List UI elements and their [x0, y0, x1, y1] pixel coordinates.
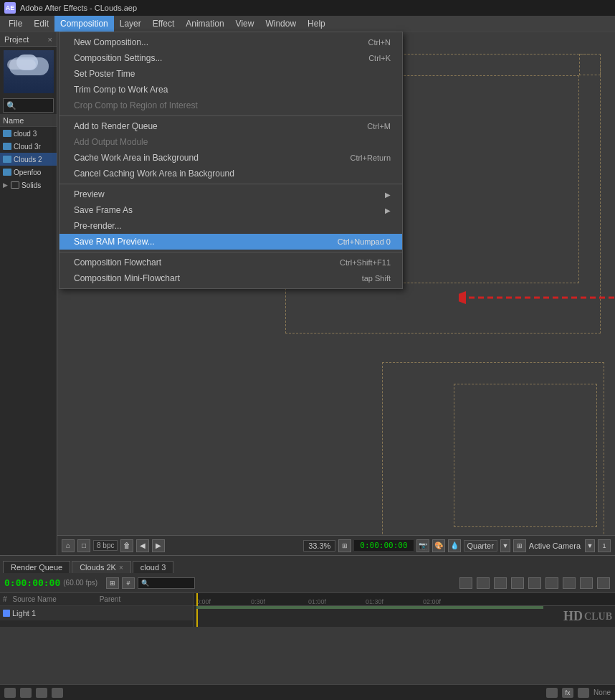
- snapshot-btn[interactable]: 📷: [416, 539, 429, 552]
- menu-add-render-queue[interactable]: Add to Render Queue Ctrl+M: [59, 118, 402, 134]
- tab-close-clouds2k[interactable]: ×: [119, 564, 123, 572]
- status-icon-6[interactable]: [578, 688, 589, 698]
- trash-btn[interactable]: 🗑: [120, 539, 133, 552]
- menu-window[interactable]: Window: [259, 16, 302, 32]
- work-area-bar[interactable]: [196, 606, 543, 609]
- tl-search[interactable]: 🔍: [138, 577, 195, 589]
- project-item-clouds2[interactable]: Clouds 2: [0, 153, 57, 166]
- tl-ctrl-4[interactable]: [511, 577, 524, 589]
- menu-effect[interactable]: Effect: [147, 16, 180, 32]
- project-item-solids[interactable]: ▶ Solids: [0, 179, 57, 191]
- status-icon-3[interactable]: [36, 688, 47, 698]
- menu-cancel-caching[interactable]: Cancel Caching Work Area in Background: [59, 166, 402, 181]
- menu-pre-render[interactable]: Pre-render...: [59, 218, 402, 234]
- status-icon-2[interactable]: [20, 688, 32, 698]
- tab-render-queue[interactable]: Render Queue: [3, 561, 70, 573]
- tab-cloud3[interactable]: cloud 3: [133, 561, 173, 573]
- menu-animation[interactable]: Animation: [180, 16, 229, 32]
- tl-ctrl-8[interactable]: [580, 577, 593, 589]
- menu-layer[interactable]: Layer: [114, 16, 147, 32]
- tl-ctrl-1[interactable]: [459, 577, 472, 589]
- active-camera-label: Active Camera: [529, 541, 581, 550]
- tl-ctrl-2[interactable]: [477, 577, 490, 589]
- viewer-home-btn[interactable]: ⌂: [62, 539, 75, 552]
- status-bar: fx None: [0, 684, 615, 700]
- submenu-arrow-save-frame: ▶: [385, 207, 391, 214]
- timeline-area: Render Queue Clouds 2K × cloud 3 0:00:00…: [0, 555, 615, 627]
- menu-composition-settings[interactable]: Composition Settings... Ctrl+K: [59, 50, 402, 66]
- project-item-openfoo[interactable]: Openfoo: [0, 166, 57, 179]
- status-icon-1[interactable]: [4, 688, 16, 698]
- search-icon: 🔍: [6, 101, 16, 110]
- color-info-btn[interactable]: 🎨: [432, 539, 445, 552]
- time-display: 0:00:00:00: [354, 540, 413, 551]
- menu-section-4: Composition Flowchart Ctrl+Shift+F11 Com…: [59, 252, 402, 288]
- timeline-ruler-area: 0:00f 0:30f 01:00f 01:30f 02:00f HD CLUB: [194, 593, 615, 627]
- status-icon-4[interactable]: [52, 688, 63, 698]
- project-item-label-4: Openfoo: [14, 169, 41, 176]
- menu-composition-mini-flowchart[interactable]: Composition Mini-Flowchart tap Shift: [59, 270, 402, 286]
- project-item-cloud3r[interactable]: Cloud 3r: [0, 140, 57, 153]
- title-bar: AE Adobe After Effects - CLouds.aep: [0, 0, 615, 16]
- tl-ctrl-6[interactable]: [545, 577, 558, 589]
- name-column-header: Name: [0, 114, 57, 127]
- app-icon: AE: [4, 2, 16, 14]
- timeline-controls: 0:00:00:00 (60.00 fps) ⊞ # 🔍: [0, 573, 615, 593]
- menu-edit[interactable]: Edit: [28, 16, 54, 32]
- timeline-fps: (60.00 fps): [63, 579, 97, 587]
- menu-composition[interactable]: Composition: [54, 16, 114, 32]
- menu-save-ram-preview[interactable]: Save RAM Preview... Ctrl+Numpad 0: [59, 234, 402, 250]
- folder-arrow-icon: ▶: [3, 181, 9, 189]
- menu-new-composition[interactable]: New Composition... Ctrl+N: [59, 34, 402, 50]
- menu-composition-flowchart[interactable]: Composition Flowchart Ctrl+Shift+F11: [59, 255, 402, 270]
- menu-section-2: Add to Render Queue Ctrl+M Add Output Mo…: [59, 116, 402, 184]
- menu-file[interactable]: File: [3, 16, 28, 32]
- status-icon-5[interactable]: [546, 688, 558, 698]
- composition-dropdown-menu: New Composition... Ctrl+N Composition Se…: [59, 32, 403, 289]
- menu-help[interactable]: Help: [302, 16, 331, 32]
- tl-ctrl-5[interactable]: [528, 577, 541, 589]
- timeline-tabs: Render Queue Clouds 2K × cloud 3: [0, 556, 615, 573]
- menu-preview[interactable]: Preview ▶: [59, 186, 402, 202]
- folder-icon: [11, 181, 19, 189]
- effects-icon[interactable]: fx: [562, 688, 573, 698]
- tl-btn-1[interactable]: ⊞: [106, 577, 119, 589]
- fit-btn[interactable]: ⊞: [338, 539, 351, 552]
- prev-frame-btn[interactable]: ◀: [136, 539, 149, 552]
- menu-save-frame-as[interactable]: Save Frame As ▶: [59, 202, 402, 218]
- menu-trim-comp[interactable]: Trim Comp to Work Area: [59, 82, 402, 98]
- timeline-ruler: 0:00f 0:30f 01:00f 01:30f 02:00f: [194, 593, 615, 606]
- quality-select[interactable]: Quarter: [464, 540, 497, 552]
- layer-row-light1[interactable]: Light 1: [0, 606, 193, 620]
- next-frame-btn[interactable]: ▶: [152, 539, 165, 552]
- menu-set-poster-time[interactable]: Set Poster Time: [59, 66, 402, 82]
- menu-cache-work-area[interactable]: Cache Work Area in Background Ctrl+Retur…: [59, 150, 402, 166]
- layer-type-icon: [3, 610, 10, 617]
- tl-ctrl-9[interactable]: [597, 577, 610, 589]
- menu-section-1: New Composition... Ctrl+N Composition Se…: [59, 32, 402, 116]
- quality-arrow[interactable]: ▼: [500, 539, 510, 552]
- project-item-label-5: Solids: [22, 181, 41, 189]
- project-panel: Project × 🔍 Name cloud 3 Cloud 3r C: [0, 32, 57, 555]
- tab-clouds2k[interactable]: Clouds 2K ×: [72, 561, 131, 573]
- timeline-time: 0:00:00:00: [4, 577, 60, 588]
- project-close[interactable]: ×: [48, 35, 52, 44]
- layer-columns-header: # Source Name Parent: [0, 593, 193, 606]
- tl-btn-2[interactable]: #: [122, 577, 135, 589]
- project-panel-header: Project ×: [0, 32, 57, 47]
- tl-ctrl-7[interactable]: [563, 577, 576, 589]
- color-picker-btn[interactable]: 💧: [448, 539, 461, 552]
- project-item-cloud3[interactable]: cloud 3: [0, 127, 57, 140]
- window-title: Adobe After Effects - CLouds.aep: [20, 4, 137, 12]
- search-input[interactable]: [16, 101, 52, 110]
- viewer-mode-btn[interactable]: 1: [598, 539, 611, 552]
- timeline-tracks-area: # Source Name Parent Light 1 0:00f 0:30f…: [0, 593, 615, 627]
- viewer-comp-btn[interactable]: □: [77, 539, 90, 552]
- menu-view[interactable]: View: [230, 16, 260, 32]
- watermark-area: HD CLUB: [563, 609, 612, 624]
- menu-section-3: Preview ▶ Save Frame As ▶ Pre-render... …: [59, 184, 402, 252]
- camera-dropdown-btn[interactable]: ▼: [585, 539, 595, 552]
- tl-ctrl-3[interactable]: [494, 577, 507, 589]
- grid-btn[interactable]: ⊞: [513, 539, 526, 552]
- search-bar[interactable]: 🔍: [3, 98, 54, 113]
